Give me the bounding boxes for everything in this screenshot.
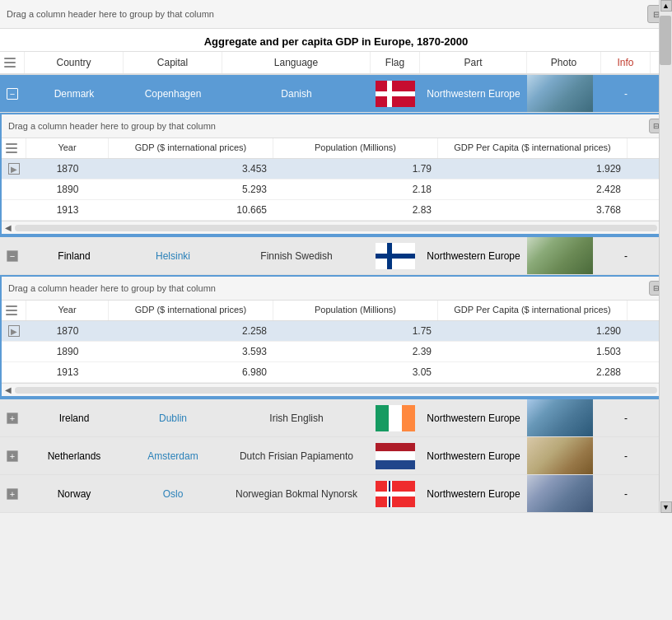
denmark-sub-menu-icon[interactable] [5, 142, 18, 154]
finland-sub-col-gdpcap: GDP Per Capita ($ international prices) [438, 301, 628, 320]
finland-year-1890: 1890 [26, 342, 109, 361]
norway-flag-cell [371, 478, 420, 510]
finland-gdp-1870: 2.258 [109, 321, 273, 341]
denmark-info: - [601, 83, 651, 105]
finland-gdpcap-1870: 1.290 [438, 321, 628, 341]
denmark-year-1890: 1890 [26, 179, 109, 199]
finland-sub-col-headers: Year GDP ($ international prices) Popula… [2, 301, 670, 321]
denmark-pop-1870: 1.79 [273, 159, 438, 179]
denmark-expand-icon[interactable]: − [7, 88, 18, 100]
denmark-row-1890: 1890 5.293 2.18 2.428 [2, 179, 670, 200]
finland-pop-1913: 3.05 [273, 362, 438, 382]
denmark-photo [527, 75, 593, 112]
finland-scroll-left-icon[interactable]: ◀ [2, 385, 15, 394]
finland-sub-col-menu[interactable] [2, 301, 26, 320]
denmark-scrollbar[interactable]: ◀ ▶ [2, 221, 670, 234]
col-header-part: Part [420, 52, 527, 73]
country-row-ireland: + Ireland Dublin Irish English Northwest… [0, 398, 672, 437]
menu-icon[interactable] [3, 57, 16, 68]
ireland-photo [527, 399, 593, 436]
netherlands-expand-cell[interactable]: + [0, 447, 25, 465]
finland-expand-icon[interactable]: − [7, 250, 18, 262]
ireland-flag-cell [371, 402, 420, 435]
denmark-row-1890-expand [2, 185, 26, 193]
country-row-finland: − Finland Helsinki Finnish Swedish North… [0, 235, 672, 275]
finland-row-1870-expand-icon[interactable]: ▶ [8, 325, 20, 337]
denmark-gdpcap-1890: 2.428 [438, 179, 628, 199]
finland-pop-1890: 2.39 [273, 342, 438, 361]
col-header-info: Info [601, 52, 651, 73]
finland-photo-cell [527, 237, 601, 274]
finland-sub-drag-label: Drag a column header here to group by th… [8, 283, 216, 293]
ireland-info: - [601, 408, 651, 429]
finland-photo [527, 237, 593, 274]
denmark-subtable: Drag a column header here to group by th… [0, 113, 672, 235]
outer-vscroll-track[interactable] [660, 12, 672, 501]
country-row-denmark: − Denmark Copenhagen Danish Northwestern… [0, 75, 672, 113]
norway-expand-cell[interactable]: + [0, 485, 25, 503]
norway-expand-icon[interactable]: + [7, 488, 18, 500]
ireland-expand-cell[interactable]: + [0, 409, 25, 427]
netherlands-info: - [601, 445, 651, 467]
denmark-scroll-track[interactable] [15, 225, 657, 231]
col-header-flag: Flag [371, 52, 420, 73]
norway-capital: Oslo [124, 483, 222, 505]
outer-drag-header-bar: Drag a column header here to group by th… [0, 0, 672, 29]
finland-name: Finland [25, 245, 124, 267]
finland-sub-col-year: Year [26, 301, 109, 320]
norway-flag [376, 481, 415, 507]
col-header-language: Language [222, 52, 371, 73]
denmark-row-1870-expand[interactable]: ▶ [2, 159, 26, 179]
outer-drag-label: Drag a column header here to group by th… [7, 9, 214, 19]
denmark-gdp-1870: 3.453 [109, 159, 273, 179]
ireland-part: Northwestern Europe [420, 408, 527, 429]
netherlands-photo-cell [527, 437, 601, 474]
denmark-pop-1890: 2.18 [273, 179, 438, 199]
ireland-photo-cell [527, 399, 601, 436]
ireland-language: Irish English [222, 408, 371, 429]
netherlands-language: Dutch Frisian Papiamento [222, 445, 371, 467]
denmark-year-1870: 1870 [26, 159, 109, 179]
column-headers-row: Country Capital Language Flag Part Photo… [0, 52, 672, 75]
ireland-name: Ireland [25, 408, 124, 429]
denmark-sub-col-menu[interactable] [2, 138, 26, 158]
norway-photo-cell [527, 475, 601, 512]
country-row-norway: + Norway Oslo Norwegian Bokmal Nynorsk N… [0, 475, 672, 513]
finland-year-1913: 1913 [26, 362, 109, 382]
outer-vscroll-up[interactable]: ▲ [660, 0, 672, 12]
denmark-row-1913: 1913 10.665 2.83 3.768 [2, 200, 670, 221]
norway-info: - [601, 483, 651, 505]
finland-row-1913: 1913 6.980 3.05 2.288 [2, 362, 670, 383]
finland-scrollbar[interactable]: ◀ ▶ [2, 383, 670, 396]
netherlands-expand-icon[interactable]: + [7, 450, 18, 462]
ireland-expand-icon[interactable]: + [7, 413, 18, 424]
col-header-country: Country [25, 52, 124, 73]
country-row-netherlands: + Netherlands Amsterdam Dutch Frisian Pa… [0, 437, 672, 475]
finland-sub-menu-icon[interactable] [5, 305, 18, 316]
outer-vscroll-down[interactable]: ▼ [660, 501, 672, 513]
page-title: Aggregate and per capita GDP in Europe, … [0, 29, 672, 52]
finland-scroll-track[interactable] [15, 387, 657, 394]
denmark-row-1870-expand-icon[interactable]: ▶ [8, 163, 20, 175]
finland-row-1913-expand [2, 368, 26, 376]
norway-photo [527, 475, 593, 512]
denmark-scroll-left-icon[interactable]: ◀ [2, 223, 15, 232]
denmark-language: Danish [222, 83, 371, 105]
finland-row-1890-expand [2, 347, 26, 356]
denmark-expand-cell[interactable]: − [0, 85, 25, 103]
denmark-gdp-1890: 5.293 [109, 179, 273, 199]
outer-vscrollbar[interactable]: ▲ ▼ [659, 0, 672, 513]
col-header-capital: Capital [124, 52, 222, 73]
denmark-sub-col-headers: Year GDP ($ international prices) Popula… [2, 138, 670, 159]
col-header-menu[interactable] [0, 52, 25, 73]
denmark-part: Northwestern Europe [420, 83, 527, 105]
denmark-row-1870: ▶ 1870 3.453 1.79 1.929 [2, 159, 670, 179]
finland-subtable: Drag a column header here to group by th… [0, 275, 672, 398]
denmark-year-1913: 1913 [26, 200, 109, 220]
denmark-sub-col-gdpcap: GDP Per Capita ($ international prices) [438, 138, 628, 158]
finland-expand-cell[interactable]: − [0, 247, 25, 265]
netherlands-part: Northwestern Europe [420, 445, 527, 467]
denmark-sub-col-pop: Population (Millions) [273, 138, 438, 158]
netherlands-capital: Amsterdam [124, 445, 222, 467]
finland-row-1870-expand[interactable]: ▶ [2, 321, 26, 341]
